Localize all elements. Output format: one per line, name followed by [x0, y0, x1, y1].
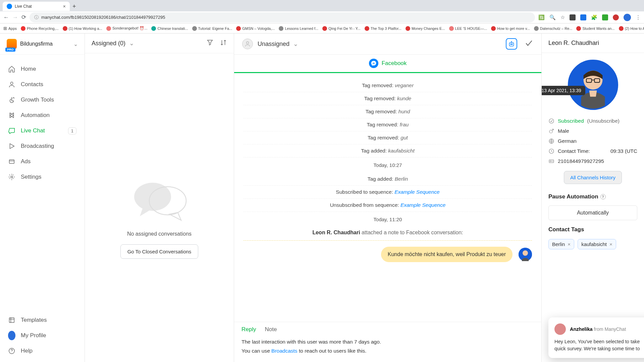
extension-icon[interactable] — [602, 14, 608, 20]
list-filter[interactable]: Assigned (0) ⌄ — [92, 40, 134, 47]
info-line-2: You can use Broadcasts to reach out to u… — [241, 347, 534, 355]
sidebar-footer: TemplatesMy ProfileHelp — [0, 309, 85, 362]
contact-body: 13 Apr 2021, 13:39 — [542, 53, 644, 187]
nav-icon — [8, 347, 15, 355]
bookmark-item[interactable]: The Top 3 Platfor... — [365, 26, 401, 31]
system-event: Tag removed: frau — [244, 118, 532, 131]
extension-icon[interactable] — [613, 14, 619, 20]
nav-icon — [8, 142, 15, 150]
forward-icon[interactable]: → — [12, 14, 18, 21]
contact-id-row: 2101844979927295 — [548, 156, 637, 166]
remove-tag-icon[interactable]: × — [568, 241, 571, 247]
bookmark-item[interactable]: (1) How Working a... — [63, 26, 102, 31]
list-empty-state: No assigned conversations Go To Closed C… — [85, 53, 234, 362]
bookmark-item[interactable]: Tutorial: Eigene Fa... — [192, 26, 232, 31]
translate-icon[interactable]: 🈯 — [538, 14, 545, 20]
chevron-down-icon: ⌄ — [73, 41, 78, 47]
bot-button[interactable] — [506, 38, 517, 50]
gender-row: Male — [548, 126, 637, 136]
compose-tabs: Reply Note — [241, 326, 534, 333]
nav-icon — [8, 173, 15, 181]
sidebar-item-templates[interactable]: Templates — [0, 312, 85, 328]
closed-conversations-button[interactable]: Go To Closed Conversations — [120, 244, 199, 259]
resolve-button[interactable] — [525, 39, 533, 49]
url-input[interactable]: ⓘ manychat.com/fb19815020819206186/chat/… — [30, 12, 535, 22]
tag-chip: kaufabsicht× — [578, 239, 616, 249]
sidebar-item-broadcasting[interactable]: Broadcasting — [0, 138, 85, 154]
timeline[interactable]: Tag removed: veganerTag removed: kundeTa… — [234, 73, 541, 322]
back-icon[interactable]: ← — [3, 14, 9, 21]
bookmark-icon[interactable]: ☆ — [560, 14, 565, 20]
sidebar-item-home[interactable]: Home — [0, 61, 85, 77]
channel-indicator[interactable]: Facebook — [234, 55, 541, 73]
svg-rect-8 — [509, 43, 514, 46]
search-icon[interactable]: 🔍 — [549, 14, 556, 20]
note-avatar — [519, 248, 532, 261]
workspace-switcher[interactable]: PRO Bildungsfirma ⌄ — [0, 34, 85, 55]
sidebar-item-growth-tools[interactable]: Growth Tools — [0, 92, 85, 108]
sequence-link[interactable]: Example Sequence — [394, 189, 439, 195]
all-channels-button[interactable]: All Channels History — [564, 171, 622, 184]
system-event: Tag removed: veganer — [244, 79, 532, 92]
filter-icon[interactable] — [206, 39, 214, 48]
sidebar-item-contacts[interactable]: Contacts — [0, 77, 85, 92]
tag-label: kaufabsicht — [581, 241, 607, 247]
broadcasts-link[interactable]: Broadcasts — [271, 348, 298, 354]
extensions-icon[interactable]: 🧩 — [591, 14, 597, 20]
popup-avatar — [554, 323, 566, 335]
assignee-label: Unassigned — [258, 41, 289, 47]
tab-reply[interactable]: Reply — [241, 326, 256, 333]
bookmark-item[interactable]: Lessons Learned f... — [279, 26, 318, 31]
bookmark-item[interactable]: (2) How to Add A... — [619, 26, 644, 31]
bookmark-item[interactable]: Sonderangebot! ⏰... — [106, 26, 148, 31]
extension-icon[interactable] — [580, 14, 586, 20]
sidebar-item-live-chat[interactable]: Live Chat1 — [0, 123, 85, 138]
system-event: Unsubscribed from sequence: Example Sequ… — [244, 199, 532, 212]
close-icon[interactable]: × — [63, 4, 66, 9]
reload-icon[interactable]: ⟳ — [21, 14, 26, 21]
workspace-logo: PRO — [7, 39, 17, 49]
svg-point-12 — [523, 250, 528, 256]
bookmark-item[interactable]: Student Wants an... — [576, 26, 614, 31]
nav-label: Templates — [21, 317, 47, 323]
tab-title: Live Chat — [15, 4, 32, 9]
svg-point-18 — [549, 119, 554, 123]
bookmark-item[interactable]: GMSN – Vologda,... — [236, 26, 275, 31]
contact-details: Subscribed (Unsubscribe) Male German Con… — [548, 116, 637, 166]
nav-icon — [8, 158, 15, 165]
sidebar-item-settings[interactable]: Settings — [0, 169, 85, 185]
menu-icon[interactable]: ⋮ — [636, 14, 641, 20]
help-icon[interactable]: ? — [600, 194, 606, 199]
bookmark-item[interactable]: Qing Fei De Yi - Y... — [322, 26, 361, 31]
bookmark-item[interactable]: Phone Recycling,... — [21, 26, 59, 31]
profile-avatar[interactable] — [624, 14, 631, 21]
nav-label: Live Chat — [21, 127, 45, 134]
contact-avatar[interactable] — [568, 60, 618, 110]
remove-tag-icon[interactable]: × — [609, 241, 612, 247]
extension-icon[interactable] — [570, 14, 576, 20]
bookmark-item[interactable]: Chinese translati... — [151, 26, 188, 31]
bookmark-item[interactable]: Money Changes E... — [406, 26, 445, 31]
sidebar-item-help[interactable]: Help — [0, 343, 85, 359]
sidebar-item-my-profile[interactable]: My Profile — [0, 328, 85, 343]
conversation-list: Assigned (0) ⌄ No assigned conversations… — [85, 34, 234, 362]
nav-label: My Profile — [21, 332, 46, 339]
sidebar-item-ads[interactable]: Ads — [0, 154, 85, 169]
tab-note[interactable]: Note — [265, 326, 277, 333]
bookmark-item[interactable]: How to get more v... — [491, 26, 530, 31]
sort-icon[interactable] — [220, 39, 227, 48]
survey-popup[interactable]: Anzhelika from ManyChat Hey Leon, You've… — [548, 317, 644, 358]
sidebar-item-automation[interactable]: Automation — [0, 108, 85, 123]
bookmark-item[interactable]: LEE 'S HOUSE—... — [449, 26, 487, 31]
bookmarks-bar: ⊞ AppsPhone Recycling,...(1) How Working… — [0, 23, 644, 34]
unsubscribe-link[interactable]: (Unsubscribe) — [587, 118, 620, 124]
bookmark-item[interactable]: Datenschutz – Re... — [534, 26, 573, 31]
assignee-selector[interactable]: Unassigned ⌄ — [258, 40, 298, 48]
browser-tab[interactable]: Live Chat × — [3, 2, 70, 11]
contact-panel: Leon R. Chaudhari 13 Apr 2021, 13:39 — [542, 34, 644, 362]
new-tab-button[interactable]: + — [72, 3, 76, 10]
pause-automation-selector[interactable]: Automatically — [548, 205, 637, 220]
sequence-link[interactable]: Example Sequence — [400, 202, 445, 208]
apps-shortcut[interactable]: ⊞ Apps — [3, 26, 17, 31]
info-line-1: The last interaction with this user was … — [241, 338, 534, 346]
